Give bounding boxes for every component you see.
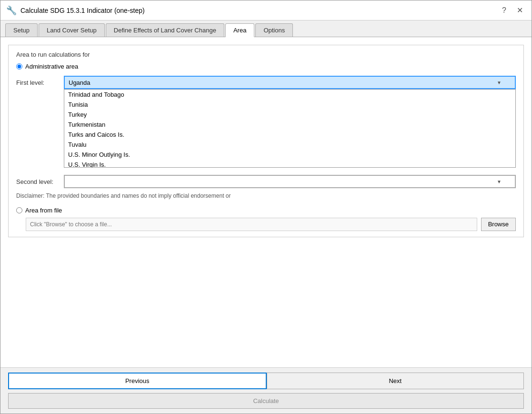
dropdown-selected-value[interactable]: Uganda ▼	[64, 76, 516, 89]
next-button[interactable]: Next	[267, 373, 524, 389]
admin-area-row: Administrative area	[16, 63, 516, 70]
title-bar: 🔧 Calculate SDG 15.3.1 Indicator (one-st…	[0, 0, 532, 20]
section-title: Area to run calculations for	[16, 51, 516, 58]
browse-button[interactable]: Browse	[481, 218, 516, 231]
admin-area-radio[interactable]	[16, 63, 22, 70]
nav-button-row: Previous Next	[8, 373, 524, 389]
tab-land-cover-setup[interactable]: Land Cover Setup	[39, 23, 105, 37]
admin-area-label: Administrative area	[25, 63, 78, 70]
second-level-selected[interactable]: ▼	[64, 175, 516, 188]
file-input-row: Browse	[26, 218, 516, 231]
bottom-bar: Previous Next Calculate	[0, 367, 532, 414]
list-item[interactable]: Trinidad and Tobago	[64, 90, 515, 100]
area-from-file-row: Area from file	[16, 207, 516, 214]
content-area: Area to run calculations for Administrat…	[0, 37, 532, 367]
close-button[interactable]: ✕	[514, 5, 526, 16]
help-button[interactable]: ?	[499, 5, 509, 16]
tab-setup[interactable]: Setup	[5, 23, 38, 37]
calculate-button: Calculate	[8, 393, 524, 409]
second-level-dropdown[interactable]: ▼	[64, 175, 516, 188]
second-level-label: Second level:	[16, 178, 64, 185]
list-item[interactable]: Tuvalu	[64, 140, 515, 150]
title-bar-left: 🔧 Calculate SDG 15.3.1 Indicator (one-st…	[6, 5, 145, 16]
list-item[interactable]: U.S. Minor Outlying Is.	[64, 150, 515, 160]
tab-define-effects[interactable]: Define Effects of Land Cover Change	[106, 23, 224, 37]
title-bar-right: ? ✕	[499, 5, 526, 16]
first-level-dropdown[interactable]: Uganda ▼ Trinidad and Tobago Tunisia Tur…	[64, 76, 516, 89]
tab-options[interactable]: Options	[255, 23, 293, 37]
area-from-file-radio[interactable]	[16, 207, 22, 213]
dropdown-arrow-icon: ▼	[497, 80, 502, 85]
list-item[interactable]: Turkey	[64, 110, 515, 120]
main-window: 🔧 Calculate SDG 15.3.1 Indicator (one-st…	[0, 0, 532, 414]
app-icon: 🔧	[6, 5, 17, 16]
tab-bar: Setup Land Cover Setup Define Effects of…	[0, 20, 532, 37]
list-item[interactable]: U.S. Virgin Is.	[64, 160, 515, 168]
area-section-box: Area to run calculations for Administrat…	[8, 45, 524, 237]
first-level-row: First level: Uganda ▼ Trinidad and Tobag…	[16, 76, 516, 89]
second-level-row: Second level: ▼	[16, 175, 516, 188]
dropdown-list[interactable]: Trinidad and Tobago Tunisia Turkey Turkm…	[64, 89, 516, 168]
list-item[interactable]: Turkmenistan	[64, 120, 515, 130]
dropdown-selected-text: Uganda	[69, 79, 90, 86]
second-level-arrow-icon: ▼	[497, 179, 502, 184]
file-path-input[interactable]	[26, 218, 477, 231]
first-level-label: First level:	[16, 79, 64, 86]
list-item[interactable]: Tunisia	[64, 100, 515, 110]
tab-area[interactable]: Area	[225, 23, 254, 37]
list-item[interactable]: Turks and Caicos Is.	[64, 130, 515, 140]
area-from-file-label: Area from file	[25, 207, 62, 214]
window-title: Calculate SDG 15.3.1 Indicator (one-step…	[20, 7, 145, 14]
previous-button[interactable]: Previous	[8, 373, 267, 389]
disclaimer: Disclaimer: The provided boundaries and …	[16, 192, 516, 200]
